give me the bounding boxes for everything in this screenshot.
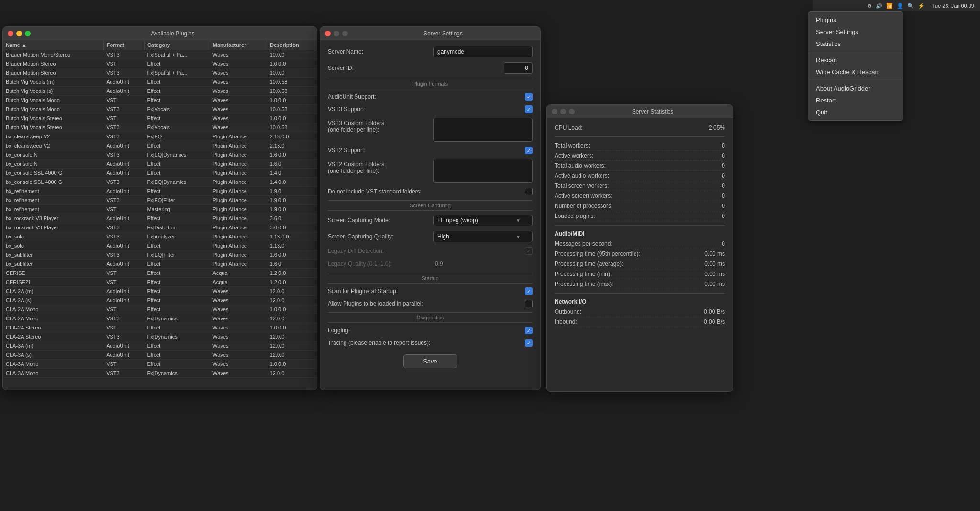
table-row[interactable]: Brauer Motion Mono/StereoVST3Fx|Spatial … bbox=[3, 50, 317, 59]
table-cell-format: AudioUnit bbox=[103, 141, 144, 150]
menu-item-about[interactable]: About AudioGridder bbox=[808, 82, 903, 94]
server-min-button[interactable] bbox=[334, 31, 339, 36]
table-cell-manufacturer: Plugin Alliance bbox=[210, 187, 267, 196]
screen-mode-select[interactable]: FFmpeg (webp) ▼ bbox=[433, 215, 533, 226]
vst2-checkbox[interactable]: ✓ bbox=[525, 147, 533, 154]
active-screen-label: Active screen workers: bbox=[555, 193, 612, 199]
table-cell-manufacturer: Plugin Alliance bbox=[210, 232, 267, 241]
table-row[interactable]: bx_rockrack V3 PlayerAudioUnitEffectPlug… bbox=[3, 214, 317, 223]
table-cell-name: bx_solo bbox=[3, 241, 103, 250]
col-manufacturer[interactable]: Manufacturer bbox=[210, 40, 267, 50]
active-workers-row: Active workers: 0 bbox=[555, 151, 725, 161]
num-processors-label: Number of processors: bbox=[555, 203, 612, 209]
loaded-plugins-row: Loaded plugins: 0 bbox=[555, 211, 725, 221]
menu-item-server-settings[interactable]: Server Settings bbox=[808, 26, 903, 38]
scan-startup-checkbox[interactable]: ✓ bbox=[525, 287, 533, 295]
table-row[interactable]: CLA-2A (s)AudioUnitEffectWaves12.0.0 bbox=[3, 296, 317, 305]
table-cell-manufacturer: Waves bbox=[210, 96, 267, 105]
table-cell-category: Effect bbox=[144, 214, 210, 223]
table-row[interactable]: CLA-3A MonoVSTEffectWaves1.0.0.0 bbox=[3, 360, 317, 369]
col-format[interactable]: Format bbox=[103, 40, 144, 50]
table-row[interactable]: bx_cleansweep V2AudioUnitEffectPlugin Al… bbox=[3, 141, 317, 150]
screen-quality-select[interactable]: High ▼ bbox=[433, 231, 533, 242]
table-row[interactable]: CLA-2A StereoVST3Fx|DynamicsWaves12.0.0 bbox=[3, 332, 317, 341]
table-row[interactable]: Butch Vig Vocals (s)AudioUnitEffectWaves… bbox=[3, 87, 317, 96]
table-row[interactable]: bx_console SSL 4000 GAudioUnitEffectPlug… bbox=[3, 169, 317, 178]
audio-midi-title: Audio/MIDI bbox=[555, 230, 725, 237]
audiogridder-icon: ⚙ bbox=[867, 3, 872, 9]
table-row[interactable]: CLA-2A MonoVSTEffectWaves1.0.0.0 bbox=[3, 305, 317, 314]
col-name[interactable]: Name ▲ bbox=[3, 40, 103, 50]
table-row[interactable]: CLA-2A StereoVSTEffectWaves1.0.0.0 bbox=[3, 323, 317, 332]
table-cell-name: bx_refinement bbox=[3, 205, 103, 214]
stats-max-button[interactable] bbox=[569, 109, 575, 114]
table-row[interactable]: bx_console NAudioUnitEffectPlugin Allian… bbox=[3, 159, 317, 169]
stats-close-button[interactable] bbox=[552, 109, 557, 114]
vst3-folders-input[interactable] bbox=[433, 118, 533, 142]
plugins-table[interactable]: Name ▲ Format Category Manufacturer Desc… bbox=[3, 40, 317, 390]
table-row[interactable]: Butch Vig Vocals MonoVST3Fx|VocalsWaves1… bbox=[3, 105, 317, 114]
table-cell-category: Effect bbox=[144, 341, 210, 351]
menu-item-restart[interactable]: Restart bbox=[808, 94, 903, 106]
table-row[interactable]: CLA-3A (m)AudioUnitEffectWaves12.0.0 bbox=[3, 341, 317, 351]
maximize-button[interactable] bbox=[25, 31, 31, 36]
stats-min-button[interactable] bbox=[560, 109, 566, 114]
table-row[interactable]: bx_rockrack V3 PlayerVST3Fx|DistortionPl… bbox=[3, 223, 317, 232]
table-row[interactable]: bx_refinementAudioUnitEffectPlugin Allia… bbox=[3, 187, 317, 196]
table-row[interactable]: bx_soloAudioUnitEffectPlugin Alliance1.1… bbox=[3, 241, 317, 250]
server-id-input[interactable] bbox=[504, 62, 533, 74]
table-row[interactable]: CERISEVSTEffectAcqua1.2.0.0 bbox=[3, 269, 317, 278]
table-row[interactable]: Butch Vig Vocals (m)AudioUnitEffectWaves… bbox=[3, 78, 317, 87]
table-row[interactable]: CERISEZLVSTEffectAcqua1.2.0.0 bbox=[3, 278, 317, 287]
table-cell-format: VST3 bbox=[103, 223, 144, 232]
close-button[interactable] bbox=[8, 31, 13, 36]
save-button[interactable]: Save bbox=[403, 354, 457, 368]
table-row[interactable]: bx_refinementVST3Fx|EQ|FilterPlugin Alli… bbox=[3, 196, 317, 205]
logging-checkbox[interactable]: ✓ bbox=[525, 327, 533, 334]
tracing-checkbox[interactable]: ✓ bbox=[525, 339, 533, 347]
menu-item-statistics[interactable]: Statistics bbox=[808, 38, 903, 50]
table-row[interactable]: Butch Vig Vocals MonoVSTEffectWaves1.0.0… bbox=[3, 96, 317, 105]
server-max-button[interactable] bbox=[342, 31, 348, 36]
menu-item-rescan[interactable]: Rescan bbox=[808, 54, 903, 66]
table-row[interactable]: CLA-3A (s)AudioUnitEffectWaves12.0.0 bbox=[3, 351, 317, 360]
table-row[interactable]: bx_soloVST3Fx|AnalyzerPlugin Alliance1.1… bbox=[3, 232, 317, 241]
minimize-button[interactable] bbox=[16, 31, 22, 36]
no-vst-std-checkbox[interactable] bbox=[525, 188, 533, 195]
table-row[interactable]: bx_console NVST3Fx|EQ|DynamicsPlugin All… bbox=[3, 150, 317, 159]
table-row[interactable]: Brauer Motion StereoVSTEffectWaves1.0.0.… bbox=[3, 59, 317, 68]
table-row[interactable]: bx_cleansweep V2VST3Fx|EQPlugin Alliance… bbox=[3, 132, 317, 141]
table-cell-category: Fx|Spatial + Pa... bbox=[144, 68, 210, 78]
menu-item-plugins[interactable]: Plugins bbox=[808, 14, 903, 26]
table-cell-format: VST3 bbox=[103, 68, 144, 78]
server-name-input[interactable] bbox=[433, 46, 533, 57]
table-row[interactable]: bx_console SSL 4000 GVST3Fx|EQ|DynamicsP… bbox=[3, 178, 317, 187]
server-close-button[interactable] bbox=[325, 31, 331, 36]
stats-title: Server Statistics bbox=[578, 108, 728, 115]
menu-item-quit[interactable]: Quit bbox=[808, 106, 903, 118]
audiounit-checkbox[interactable]: ✓ bbox=[525, 93, 533, 101]
table-cell-description: 1.9.0.0 bbox=[267, 205, 317, 214]
col-description[interactable]: Description bbox=[267, 40, 317, 50]
table-row[interactable]: Brauer Motion StereoVST3Fx|Spatial + Pa.… bbox=[3, 68, 317, 78]
table-row[interactable]: CLA-2A (m)AudioUnitEffectWaves12.0.0 bbox=[3, 287, 317, 296]
parallel-load-checkbox[interactable] bbox=[525, 300, 533, 307]
table-cell-manufacturer: Plugin Alliance bbox=[210, 205, 267, 214]
table-cell-name: Butch Vig Vocals (s) bbox=[3, 87, 103, 96]
menu-item-wipe-rescan[interactable]: Wipe Cache & Rescan bbox=[808, 66, 903, 78]
table-cell-format: AudioUnit bbox=[103, 78, 144, 87]
server-name-label: Server Name: bbox=[328, 48, 433, 55]
table-row[interactable]: bx_refinementVSTMasteringPlugin Alliance… bbox=[3, 205, 317, 214]
table-row[interactable]: CLA-2A MonoVST3Fx|DynamicsWaves12.0.0 bbox=[3, 314, 317, 323]
table-row[interactable]: bx_subfilterAudioUnitEffectPlugin Allian… bbox=[3, 260, 317, 269]
vst2-folders-input[interactable] bbox=[433, 159, 533, 183]
server-id-label: Server ID: bbox=[328, 65, 433, 71]
table-row[interactable]: Butch Vig Vocals StereoVST3Fx|VocalsWave… bbox=[3, 123, 317, 132]
vst3-checkbox[interactable]: ✓ bbox=[525, 105, 533, 113]
table-row[interactable]: bx_subfilterVST3Fx|EQ|FilterPlugin Allia… bbox=[3, 250, 317, 260]
col-category[interactable]: Category bbox=[144, 40, 210, 50]
table-row[interactable]: CLA-3A MonoVST3Fx|DynamicsWaves12.0.0 bbox=[3, 369, 317, 378]
table-row[interactable]: Butch Vig Vocals StereoVSTEffectWaves1.0… bbox=[3, 114, 317, 123]
legacy-diff-checkbox[interactable]: ✓ bbox=[525, 247, 533, 255]
volume-icon: 🔊 bbox=[876, 3, 882, 9]
